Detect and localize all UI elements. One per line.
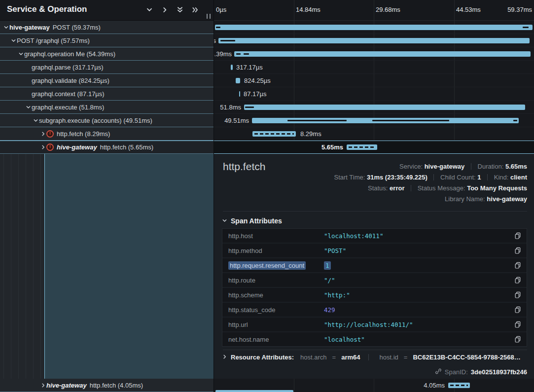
chevron-down-icon[interactable] <box>25 105 32 110</box>
span-attributes-table: http.host "localhost:4011" http.method "… <box>222 228 527 347</box>
operation-name: graphql.validate (824.25µs) <box>32 77 109 84</box>
ruler-tick: 59.37ms <box>507 6 532 13</box>
chevron-down-icon[interactable] <box>17 51 24 57</box>
span-attributes-header[interactable]: Span Attributes <box>222 217 282 225</box>
copy-icon[interactable] <box>514 261 522 269</box>
attribute-row[interactable]: http.scheme "http:" <box>222 288 527 302</box>
chevron-right-icon[interactable] <box>39 383 46 388</box>
span-duration-label: 8.29ms <box>300 130 321 138</box>
tree-header: Service & Operation <box>0 0 214 21</box>
span-id-value: 3de02518937fb246 <box>471 368 527 376</box>
expand-one-icon[interactable] <box>161 6 168 13</box>
selected-span-expanded-area <box>44 154 214 379</box>
link-icon[interactable] <box>435 368 442 376</box>
resize-handle-icon[interactable] <box>207 14 211 19</box>
operation-name: POST (59.37ms) <box>53 24 101 31</box>
span-id-footer: SpanID: 3de02518937fb246 <box>435 368 527 376</box>
tree-row-validate[interactable]: graphql.validate (824.25µs) <box>0 74 214 87</box>
tree-row-root[interactable]: hive-gateway POST (59.37ms) <box>0 21 214 34</box>
copy-icon[interactable] <box>514 335 522 343</box>
chevron-down-icon[interactable] <box>32 118 39 123</box>
status-message-label: Status Message: <box>418 184 465 192</box>
library-name-value: hive-gateway <box>487 195 527 203</box>
copy-icon[interactable] <box>514 276 522 284</box>
equals-sign: = <box>404 354 408 361</box>
attribute-row[interactable]: http.status_code 429 <box>222 303 527 317</box>
chevron-right-icon[interactable] <box>39 131 46 137</box>
expand-all-icon[interactable] <box>192 6 199 13</box>
attribute-row[interactable]: http.method "POST" <box>222 244 527 257</box>
span-bar-http-fetch-1[interactable] <box>252 131 296 137</box>
span-duration-label: 5.65ms <box>321 143 343 151</box>
copy-icon[interactable] <box>514 321 522 328</box>
span-bar-post-graphql[interactable] <box>218 38 530 43</box>
ruler-tick: 44.53ms <box>456 6 481 13</box>
resource-attributes-row[interactable]: Resource Attributes: host.arch = arm64 h… <box>222 354 527 361</box>
attribute-row-selected[interactable]: http.request.resend_count 1 <box>222 258 527 272</box>
attribute-row[interactable]: http.host "localhost:4011" <box>222 229 527 243</box>
divider <box>223 211 527 212</box>
trace-viewer: 59.37ms 57.57ms 54.39ms 317.17µs 824.25µ… <box>0 0 534 392</box>
attribute-key: net.host.name <box>228 336 269 343</box>
span-bar-parse[interactable] <box>231 65 233 70</box>
span-duration-label: 54.39ms <box>214 50 232 58</box>
span-id-label: SpanID: <box>445 368 468 376</box>
copy-icon[interactable] <box>514 247 522 254</box>
span-detail-panel: http.fetch Service: hive-gateway Duratio… <box>214 153 534 379</box>
tree-row-http-fetch-1[interactable]: http.fetch (8.29ms) <box>0 127 214 141</box>
span-bar-execute[interactable] <box>244 105 525 110</box>
attribute-row[interactable]: net.host.name "localhost" <box>222 332 527 346</box>
ruler-tick: 14.84ms <box>296 6 320 13</box>
span-bar-validate[interactable] <box>236 78 240 83</box>
tree-row-post-graphql[interactable]: POST /graphql (57.57ms) <box>0 34 214 47</box>
ruler-tick: 0µs <box>216 6 226 13</box>
copy-icon[interactable] <box>514 306 522 314</box>
status-value: error <box>390 184 404 192</box>
copy-icon[interactable] <box>514 291 522 299</box>
attribute-key: http.status_code <box>228 306 275 314</box>
service-name: hive-gateway <box>57 143 97 151</box>
span-bar-partial[interactable] <box>215 390 293 392</box>
chevron-down-icon[interactable] <box>10 38 17 43</box>
collapse-all-icon[interactable] <box>177 6 183 13</box>
meta-line-1: Service: hive-gateway Duration: 5.65ms <box>334 161 527 172</box>
divider <box>223 350 527 350</box>
tree-row-context[interactable]: graphql.context (87.17µs) <box>0 87 214 101</box>
attribute-value: "localhost:4011" <box>324 232 383 240</box>
attribute-value: "POST" <box>324 247 346 254</box>
duration-value: 5.65ms <box>505 163 527 170</box>
span-bar-root[interactable] <box>215 25 533 30</box>
service-value: hive-gateway <box>425 163 465 170</box>
resource-attr-value: BC62E13B-C4CC-5854-9788-2568… <box>413 354 520 361</box>
collapse-one-icon[interactable] <box>146 6 153 13</box>
attribute-row[interactable]: http.route "/" <box>222 273 527 287</box>
tree-row-parse[interactable]: graphql.parse (317.17µs) <box>0 61 214 74</box>
attribute-row[interactable]: http.url "http://localhost:4011/" <box>222 318 527 331</box>
span-bar-http-fetch-3[interactable] <box>448 383 470 388</box>
start-time-value: 31ms (23:35:49.225) <box>367 174 427 181</box>
operation-name: http.fetch (8.29ms) <box>57 130 110 138</box>
tree-row-execute[interactable]: graphql.execute (51.8ms) <box>0 101 214 114</box>
operation-name: POST /graphql (57.57ms) <box>17 37 90 44</box>
operation-name: graphql.context (87.17µs) <box>32 90 105 98</box>
attribute-key: http.scheme <box>228 291 263 299</box>
tree-row-http-fetch-2-selected[interactable]: hive-gateway http.fetch (5.65ms) <box>0 141 214 154</box>
tree-row-http-fetch-3[interactable]: hive-gateway http.fetch (4.05ms) <box>0 379 214 392</box>
timeline-ruler: 0µs 14.84ms 29.68ms 44.53ms 59.37ms <box>214 0 534 21</box>
span-duration-label: 51.8ms <box>220 104 241 111</box>
span-bar-http-fetch-2[interactable] <box>347 144 377 150</box>
copy-icon[interactable] <box>514 232 522 240</box>
chevron-down-icon <box>222 217 227 225</box>
service-name: hive-gateway <box>9 24 50 31</box>
chevron-down-icon[interactable] <box>2 25 9 30</box>
gridline <box>374 0 374 20</box>
library-name-label: Library Name: <box>445 195 485 203</box>
span-bar-subgraph[interactable] <box>252 118 519 123</box>
chevron-right-icon[interactable] <box>39 144 46 150</box>
span-bar-operation[interactable] <box>234 51 531 57</box>
tree-row-operation-me[interactable]: graphql.operation Me (54.39ms) <box>0 47 214 61</box>
tree-row-subgraph[interactable]: subgraph.execute (accounts) (49.51ms) <box>0 114 214 127</box>
operation-name: http.fetch (4.05ms) <box>90 382 143 389</box>
span-bar-context[interactable] <box>239 91 240 97</box>
resource-attributes-title: Resource Attributes: <box>231 354 294 361</box>
